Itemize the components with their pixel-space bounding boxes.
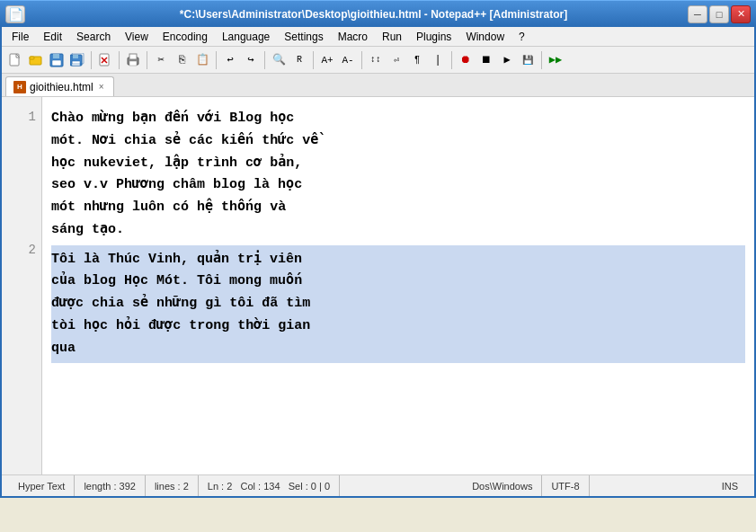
word-wrap-button[interactable]: ⏎	[387, 50, 406, 70]
save-all-button[interactable]	[67, 50, 87, 70]
menu-view[interactable]: View	[119, 29, 155, 45]
toolbar-sep-2	[119, 51, 120, 69]
editor-text-area[interactable]: Chào mừng bạn đến với Blog họcmót. Nơi c…	[42, 97, 754, 474]
replace-button[interactable]: R	[289, 50, 309, 70]
svg-rect-6	[52, 60, 61, 66]
cut-button[interactable]: ✂	[151, 50, 171, 70]
menu-bar: File Edit Search View Encoding Language …	[2, 27, 754, 47]
menu-edit[interactable]: Edit	[37, 29, 68, 45]
editor-line-2-text: Tôi là Thúc Vinh, quản trị viêncủa blog …	[51, 249, 745, 360]
sync-scroll-button[interactable]: ↕↕	[366, 50, 386, 70]
toolbar-sep-4	[216, 51, 217, 69]
svg-rect-3	[30, 57, 34, 59]
toolbar-sep-6	[313, 51, 314, 69]
status-ins: INS	[713, 475, 747, 496]
svg-rect-5	[53, 54, 59, 58]
tab-bar: H gioithieu.html ×	[2, 74, 754, 97]
svg-rect-15	[129, 54, 137, 59]
all-chars-button[interactable]: ¶	[407, 50, 427, 70]
toolbar-sep-9	[541, 51, 542, 69]
line-numbers: 1 2	[2, 97, 42, 474]
tab-gioithieu[interactable]: H gioithieu.html ×	[5, 76, 114, 96]
maximize-button[interactable]: □	[709, 5, 729, 23]
menu-language[interactable]: Language	[216, 29, 276, 45]
macro-record-button[interactable]: ⏺	[456, 50, 476, 70]
system-menu-button[interactable]: 📄	[5, 5, 25, 23]
redo-button[interactable]: ↪	[241, 50, 261, 70]
open-button[interactable]	[26, 50, 46, 70]
menu-run[interactable]: Run	[376, 29, 408, 45]
macro-save-button[interactable]: 💾	[518, 50, 538, 70]
status-ln: Ln : 2 Col : 134 Sel : 0 | 0	[199, 475, 340, 496]
status-bar: Hyper Text length : 392 lines : 2 Ln : 2…	[2, 474, 754, 496]
run-button[interactable]: ▶▶	[546, 50, 565, 70]
toolbar-sep-7	[361, 51, 362, 69]
macro-play-button[interactable]: ▶	[497, 50, 517, 70]
find-button[interactable]: 🔍	[269, 50, 289, 70]
menu-help[interactable]: ?	[512, 29, 531, 45]
editor-container[interactable]: 1 2 Chào mừng bạn đến với Blog họcmót. N…	[2, 97, 754, 474]
title-bar-text: *C:\Users\Administrator\Desktop\gioithie…	[59, 8, 688, 21]
svg-rect-9	[72, 61, 80, 66]
menu-plugins[interactable]: Plugins	[410, 29, 458, 45]
window-controls: ─ □ ✕	[688, 5, 751, 23]
status-type: Hyper Text	[9, 475, 75, 496]
zoom-out-button[interactable]: A-	[338, 50, 358, 70]
editor-line-1-text: Chào mừng bạn đến với Blog họcmót. Nơi c…	[51, 108, 745, 242]
new-button[interactable]	[5, 50, 25, 70]
toolbar: ✂ ⎘ 📋 ↩ ↪ 🔍 R A+ A- ↕↕ ⏎ ¶ | ⏺ ⏹ ▶ 💾 ▶▶	[2, 47, 754, 74]
menu-file[interactable]: File	[5, 29, 35, 45]
save-button[interactable]	[47, 50, 67, 70]
toolbar-sep-5	[264, 51, 265, 69]
svg-rect-8	[73, 55, 78, 58]
tab-file-icon: H	[13, 81, 26, 93]
copy-button[interactable]: ⎘	[172, 50, 191, 70]
line-number-1: 1	[7, 104, 36, 129]
title-bar: 📄 *C:\Users\Administrator\Desktop\gioith…	[0, 0, 756, 27]
menu-macro[interactable]: Macro	[332, 29, 374, 45]
print-button[interactable]	[123, 50, 143, 70]
status-length: length : 392	[75, 475, 146, 496]
menu-search[interactable]: Search	[70, 29, 117, 45]
macro-stop-button[interactable]: ⏹	[476, 50, 496, 70]
status-dos: Dos\Windows	[463, 475, 542, 496]
tab-close-button[interactable]: ×	[97, 81, 106, 93]
minimize-button[interactable]: ─	[688, 5, 707, 23]
close-button[interactable]: ✕	[731, 5, 751, 23]
status-encoding: UTF-8	[542, 475, 589, 496]
zoom-in-button[interactable]: A+	[317, 50, 337, 70]
toolbar-sep-1	[91, 51, 92, 69]
editor-line-2: Tôi là Thúc Vinh, quản trị viêncủa blog …	[51, 245, 745, 364]
paste-button[interactable]: 📋	[192, 50, 212, 70]
undo-button[interactable]: ↩	[220, 50, 240, 70]
tab-label: gioithieu.html	[30, 81, 93, 93]
menu-settings[interactable]: Settings	[278, 29, 329, 45]
status-lines: lines : 2	[146, 475, 199, 496]
menu-encoding[interactable]: Encoding	[156, 29, 214, 45]
menu-window[interactable]: Window	[459, 29, 511, 45]
svg-rect-16	[129, 61, 137, 66]
editor-line-1: Chào mừng bạn đến với Blog họcmót. Nơi c…	[51, 104, 745, 245]
line-number-2: 2	[7, 237, 36, 262]
close-button-tb[interactable]	[95, 50, 115, 70]
indent-guide-button[interactable]: |	[428, 50, 448, 70]
toolbar-sep-8	[451, 51, 452, 69]
toolbar-sep-3	[147, 51, 147, 69]
